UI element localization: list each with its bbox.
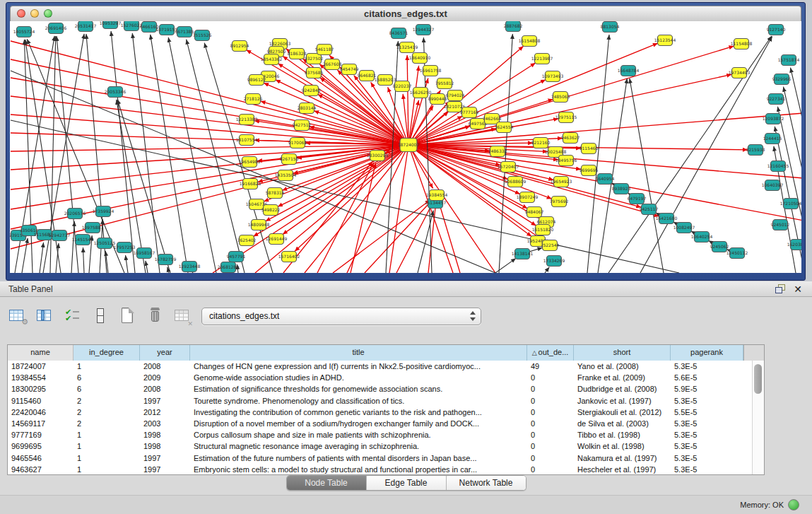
graph-node[interactable]: 2667608 bbox=[323, 59, 342, 70]
graph-node[interactable]: 11325419 bbox=[396, 42, 418, 53]
graph-node[interactable]: 18640910 bbox=[409, 53, 431, 64]
table-selector-dropdown[interactable]: citations_edges.txt bbox=[201, 308, 481, 325]
graph-node[interactable]: 18495756 bbox=[555, 156, 577, 166]
tab-edge-table[interactable]: Edge Table bbox=[367, 476, 447, 490]
graph-node[interactable]: 16154808 bbox=[519, 36, 541, 47]
graph-node[interactable]: 1244415 bbox=[763, 134, 782, 144]
tab-network-table[interactable]: Network Table bbox=[447, 476, 526, 490]
graph-node[interactable]: 8912954 bbox=[230, 41, 249, 52]
graph-node[interactable]: 2718126 bbox=[244, 94, 263, 105]
table-row[interactable]: 1938455462009Genome-wide association stu… bbox=[8, 372, 752, 383]
close-panel-icon[interactable]: ✕ bbox=[794, 283, 802, 296]
graph-node[interactable]: 12505125 bbox=[94, 238, 116, 249]
graph-node[interactable]: 6479197 bbox=[628, 194, 647, 204]
show-columns-icon[interactable] bbox=[36, 307, 54, 325]
graph-node[interactable]: 7485063 bbox=[551, 92, 570, 103]
graph-node[interactable]: 7486332 bbox=[488, 146, 507, 157]
graph-node[interactable]: 19654985 bbox=[239, 157, 261, 168]
delete-icon[interactable] bbox=[146, 307, 165, 325]
graph-node[interactable]: 17210504 bbox=[780, 199, 801, 209]
graph-node[interactable]: 6794024 bbox=[446, 90, 465, 101]
graph-node[interactable]: 5878314 bbox=[266, 188, 285, 199]
graph-node[interactable]: 9699695 bbox=[579, 165, 599, 176]
graph-node[interactable]: 12213987 bbox=[531, 54, 553, 64]
graph-node[interactable]: 8215938 bbox=[746, 145, 765, 156]
graph-node[interactable]: 14138141 bbox=[512, 249, 534, 259]
graph-node[interactable]: 10953297 bbox=[100, 21, 122, 29]
graph-node[interactable]: 9484067 bbox=[525, 207, 544, 218]
graph-node[interactable]: 19654923 bbox=[551, 177, 572, 187]
graph-node[interactable]: 12923448 bbox=[179, 262, 201, 272]
import-disabled-icon[interactable] bbox=[174, 307, 192, 325]
graph-node[interactable]: 20053346 bbox=[105, 87, 126, 98]
graph-node[interactable]: 12942737 bbox=[49, 230, 71, 241]
table-row[interactable]: 1872400712008Changes of HCN gene express… bbox=[8, 361, 752, 372]
graph-node[interactable]: 9777169 bbox=[460, 107, 479, 118]
graph-node[interactable]: 8220237 bbox=[393, 81, 412, 92]
table-row[interactable]: 2242004622012Investigating the contribut… bbox=[8, 407, 752, 418]
graph-node[interactable]: 18724007 bbox=[398, 139, 420, 152]
graph-node[interactable]: 8938923 bbox=[612, 184, 631, 194]
graph-node[interactable]: 19166825 bbox=[240, 179, 261, 189]
graph-node[interactable]: 11451543 bbox=[72, 235, 94, 245]
graph-node[interactable]: 16958167 bbox=[134, 248, 155, 259]
graph-node[interactable]: 9170061 bbox=[288, 138, 307, 148]
graph-node[interactable]: 7625402 bbox=[237, 235, 257, 246]
graph-node[interactable]: 12213383 bbox=[236, 115, 258, 125]
graph-node[interactable]: 14055724 bbox=[13, 27, 35, 37]
table-row[interactable]: 977716911998Corpus callosum shape and si… bbox=[8, 429, 752, 440]
row-height-icon[interactable] bbox=[91, 307, 110, 325]
graph-node[interactable]: 12944327 bbox=[413, 25, 435, 35]
table-row[interactable]: 946362711997Embryonic stem cells: a mode… bbox=[8, 464, 752, 475]
graph-node[interactable]: 9329966 bbox=[772, 74, 792, 85]
graph-node[interactable]: 2803144 bbox=[298, 103, 317, 114]
graph-node[interactable]: 7515526 bbox=[193, 30, 212, 41]
graph-node[interactable]: 20206576 bbox=[64, 209, 86, 219]
table-row[interactable]: 911546021997Tourette syndrome. Phenomeno… bbox=[8, 395, 752, 407]
network-canvas[interactable]: 1405572420691406205314171095329715276021… bbox=[10, 21, 801, 273]
float-panel-icon[interactable] bbox=[775, 284, 785, 293]
graph-node[interactable]: 9375685 bbox=[305, 68, 324, 78]
graph-node[interactable]: 16648784 bbox=[618, 66, 640, 76]
graph-node[interactable]: 8212160 bbox=[531, 138, 551, 148]
column-header-pagerank[interactable]: pagerank bbox=[671, 345, 743, 361]
graph-node[interactable]: 12975115 bbox=[555, 112, 577, 123]
new-document-icon[interactable] bbox=[119, 307, 137, 325]
graph-node[interactable]: 9425117 bbox=[640, 204, 659, 215]
graph-node[interactable]: 20691406 bbox=[45, 23, 67, 34]
graph-node[interactable]: 9463627 bbox=[561, 133, 580, 144]
graph-node[interactable]: 8454749 bbox=[340, 64, 359, 75]
graph-node[interactable]: 20681289 bbox=[218, 262, 240, 273]
table-row[interactable]: 969969511998Structural magnetic resonanc… bbox=[8, 440, 752, 452]
graph-node[interactable]: 8990448 bbox=[428, 94, 447, 105]
graph-node[interactable]: 17334269 bbox=[543, 256, 565, 267]
graph-node[interactable]: 20531417 bbox=[75, 21, 97, 32]
column-header-out_degree[interactable]: △out_de... bbox=[527, 345, 574, 361]
graph-node[interactable]: 16203860 bbox=[787, 240, 801, 250]
graph-node[interactable]: 12691449 bbox=[266, 234, 288, 245]
graph-node[interactable]: 9242848 bbox=[302, 86, 321, 96]
column-header-short[interactable]: short bbox=[574, 345, 671, 361]
graph-node[interactable]: 7975692 bbox=[550, 197, 569, 207]
graph-node[interactable]: 9227341 bbox=[767, 94, 786, 105]
tab-node-table[interactable]: Node Table bbox=[287, 476, 367, 490]
select-attributes-icon[interactable] bbox=[64, 307, 82, 325]
table-row[interactable]: 1456911722003Disruption of a novel membe… bbox=[8, 418, 752, 429]
graph-node[interactable]: 8267150 bbox=[280, 154, 299, 165]
graph-node[interactable]: 8186328 bbox=[288, 49, 307, 59]
column-header-in_degree[interactable]: in_degree bbox=[73, 345, 140, 361]
graph-node[interactable]: 10640254 bbox=[691, 232, 713, 243]
graph-node[interactable]: 15123544 bbox=[654, 35, 676, 46]
graph-node[interactable]: 2522544 bbox=[541, 240, 560, 251]
graph-node[interactable]: 6671385 bbox=[175, 27, 194, 37]
graph-node[interactable]: 9646821 bbox=[358, 71, 377, 81]
graph-node[interactable]: 16961758 bbox=[420, 66, 442, 76]
graph-node[interactable]: 11154808 bbox=[731, 39, 753, 49]
table-row[interactable]: 946554611997Estimation of the future num… bbox=[8, 452, 752, 464]
table-settings-icon[interactable] bbox=[8, 307, 27, 325]
graph-node[interactable]: 9896127 bbox=[247, 75, 266, 86]
scrollbar-thumb[interactable] bbox=[754, 364, 762, 394]
graph-node[interactable]: 2887682 bbox=[504, 21, 523, 32]
graph-node[interactable]: 8436571 bbox=[389, 28, 408, 39]
graph-node[interactable]: 16782759 bbox=[155, 255, 177, 265]
